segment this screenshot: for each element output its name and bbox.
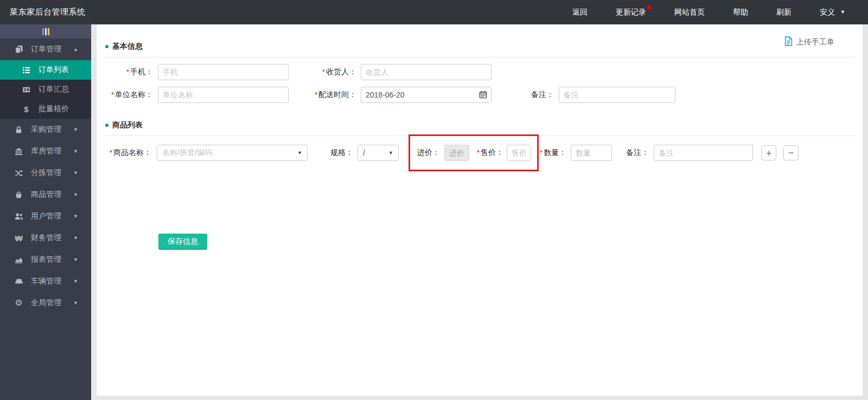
content-wrap: 上传手工单 基本信息 *手机： *收货人： *单位名称： *配送时间： [91,24,868,400]
chevron-down-icon: ▼ [840,10,845,15]
spec-select-value: / [363,149,365,157]
collapse-icon [42,28,49,35]
sidebar-item-label: 订单管理 [31,44,61,54]
main-layout: 订单管理 ▲ 订单列表 订单汇总 $ 批量核价 [0,24,868,400]
sidebar-item-order-management[interactable]: 订单管理 ▲ [0,38,91,60]
sale-price-group: *售价： [477,145,531,161]
basic-info-section-header: 基本信息 [105,24,855,51]
sidebar-item-vehicle-management[interactable]: 车辆管理 ▼ [0,270,91,292]
bank-icon [14,147,23,156]
chevron-down-icon: ▼ [297,150,302,156]
sidebar-collapse-button[interactable] [0,24,91,38]
nav-site-home[interactable]: 网站首页 [674,8,705,17]
nav-refresh[interactable]: 刷新 [776,8,792,17]
purchase-price-input [444,145,469,161]
sidebar-item-label: 车辆管理 [31,276,61,286]
chevron-down-icon: ▼ [388,150,393,156]
sidebar-item-label: 采购管理 [31,125,61,134]
chevron-down-icon: ▼ [73,300,78,306]
sidebar-item-finance-management[interactable]: ₩ 财务管理 ▼ [0,227,91,249]
plus-icon: + [766,149,771,158]
sidebar-item-global-management[interactable]: ⚙ 全局管理 ▼ [0,292,91,314]
user-menu[interactable]: 安义 ▼ [820,8,845,17]
receiver-input[interactable] [361,64,492,80]
sidebar: 订单管理 ▲ 订单列表 订单汇总 $ 批量核价 [0,24,91,400]
sidebar-item-batch-pricing[interactable]: $ 批量核价 [0,99,91,119]
receiver-label: *收货人： [305,67,356,77]
bullet-icon [105,124,108,127]
product-list-section-header: 商品列表 [105,103,855,130]
phone-input[interactable] [158,64,289,80]
product-remark-label: 备注： [626,148,649,158]
sidebar-item-sorting-management[interactable]: 分拣管理 ▼ [0,162,91,184]
sidebar-item-label: 订单汇总 [39,85,69,94]
lock-icon [14,125,23,134]
upload-link-label: 上传手工单 [796,37,834,47]
bullet-icon [105,45,108,48]
company-label: *单位名称： [104,90,153,100]
sidebar-item-user-management[interactable]: 用户管理 ▼ [0,205,91,227]
quantity-label: *数量： [540,148,566,158]
shuffle-icon [14,169,23,177]
quantity-input[interactable] [571,145,612,161]
notification-dot [647,5,651,9]
company-input[interactable] [158,87,289,103]
sidebar-item-order-summary[interactable]: 订单汇总 [0,80,91,99]
section-title: 基本信息 [112,42,143,51]
remove-product-row-button[interactable]: − [783,145,799,160]
sidebar-item-purchase-management[interactable]: 采购管理 ▼ [0,119,91,140]
sidebar-item-label: 库房管理 [31,146,61,156]
sidebar-item-order-list[interactable]: 订单列表 [0,60,91,80]
chevron-down-icon: ▼ [73,127,78,132]
sidebar-item-label: 用户管理 [31,211,61,221]
product-remark-input[interactable] [654,145,753,161]
sidebar-item-report-management[interactable]: 报表管理 ▼ [0,249,91,270]
minus-icon: − [788,149,794,158]
username: 安义 [820,8,835,17]
chevron-down-icon: ▼ [73,279,78,284]
delivery-date-picker[interactable] [361,87,492,103]
basket-icon [14,190,23,199]
sidebar-item-warehouse-management[interactable]: 库房管理 ▼ [0,140,91,162]
product-row: *商品名称： 名称/拼音/编码 ▼ 规格： / ▼ 进价： *售价： [104,145,855,161]
users-icon [14,212,23,221]
order-submenu: 订单列表 订单汇总 $ 批量核价 [0,60,91,119]
chevron-down-icon: ▼ [73,170,78,176]
product-name-select[interactable]: 名称/拼音/编码 ▼ [157,145,308,161]
nav-help[interactable]: 帮助 [733,8,748,17]
save-button[interactable]: 保存信息 [158,234,207,250]
sidebar-item-product-management[interactable]: 商品管理 ▼ [0,184,91,205]
spec-select[interactable]: / ▼ [358,145,399,161]
gears-icon: ⚙ [14,299,23,307]
sidebar-item-label: 批量核价 [39,104,69,114]
delivery-time-label: *配送时间： [305,90,356,100]
nav-update-log[interactable]: 更新记录 [616,8,646,17]
won-sign-icon: ₩ [14,234,23,242]
sidebar-item-label: 报表管理 [31,255,61,264]
chevron-down-icon: ▼ [73,149,78,154]
purchase-price-group: 进价： [417,145,469,161]
car-icon [14,277,23,286]
basic-info-row-1: *手机： *收货人： [104,64,855,80]
chevron-down-icon: ▼ [73,235,78,241]
delivery-date-input[interactable] [361,87,492,103]
chevron-down-icon: ▼ [73,214,78,219]
product-name-label: *商品名称： [104,148,151,158]
nav-back[interactable]: 返回 [572,8,588,17]
sidebar-item-label: 商品管理 [31,190,61,199]
chevron-up-icon: ▲ [73,47,78,52]
remark-input[interactable] [559,87,675,103]
phone-label: *手机： [104,67,153,77]
add-product-row-button[interactable]: + [761,145,776,160]
sidebar-item-label: 全局管理 [31,298,61,308]
basic-info-row-2: *单位名称： *配送时间： 备注： [104,87,855,103]
sale-price-label: *售价： [477,148,503,158]
price-highlight-box: 进价： *售价： [409,134,539,171]
purchase-price-label: 进价： [417,148,440,158]
dollar-icon: $ [22,105,31,113]
spec-label: 规格： [320,148,353,158]
upload-manual-order-link[interactable]: 上传手工单 [784,36,834,48]
sale-price-input[interactable] [507,145,531,161]
chevron-down-icon: ▼ [73,257,78,262]
topbar-nav: 返回 更新记录 网站首页 帮助 刷新 安义 ▼ [572,8,845,17]
